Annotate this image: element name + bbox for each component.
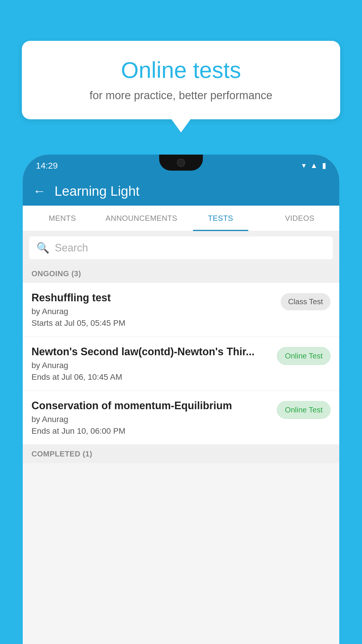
status-time: 14:29	[36, 161, 58, 171]
test-author: by Anurag	[31, 307, 275, 316]
bubble-title: Online tests	[39, 57, 323, 83]
phone-notch	[159, 155, 203, 171]
test-item[interactable]: Newton's Second law(contd)-Newton's Thir…	[23, 337, 339, 391]
search-placeholder: Search	[55, 242, 88, 254]
search-container: 🔍 Search	[23, 231, 339, 265]
test-author: by Anurag	[31, 415, 271, 424]
tab-tests[interactable]: TESTS	[181, 206, 260, 231]
phone-screen: 14:29 ▾ ▲ ▮ ← Learning Light MENTS ANNOU…	[23, 155, 339, 644]
test-date: Starts at Jul 05, 05:45 PM	[31, 318, 275, 328]
tab-announcements[interactable]: ANNOUNCEMENTS	[102, 206, 181, 231]
bubble-subtitle: for more practice, better performance	[39, 89, 323, 102]
test-info: Newton's Second law(contd)-Newton's Thir…	[31, 346, 271, 382]
test-info: Reshuffling test by Anurag Starts at Jul…	[31, 292, 275, 328]
test-badge-online: Online Test	[277, 347, 331, 365]
tab-ments[interactable]: MENTS	[23, 206, 102, 231]
status-icons: ▾ ▲ ▮	[302, 161, 326, 170]
phone-frame: 14:29 ▾ ▲ ▮ ← Learning Light MENTS ANNOU…	[23, 155, 339, 644]
back-button[interactable]: ←	[33, 184, 46, 198]
test-name: Reshuffling test	[31, 292, 275, 304]
search-icon: 🔍	[36, 242, 50, 254]
battery-icon: ▮	[322, 161, 326, 170]
app-header: ← Learning Light	[23, 176, 339, 206]
ongoing-section-header: ONGOING (3)	[23, 265, 339, 283]
wifi-icon: ▾	[302, 161, 306, 170]
test-item[interactable]: Conservation of momentum-Equilibrium by …	[23, 391, 339, 445]
tab-videos[interactable]: VIDEOS	[260, 206, 340, 231]
status-bar: 14:29 ▾ ▲ ▮	[23, 155, 339, 176]
tabs-bar: MENTS ANNOUNCEMENTS TESTS VIDEOS	[23, 206, 339, 231]
test-name: Conservation of momentum-Equilibrium	[31, 400, 271, 412]
test-author: by Anurag	[31, 361, 271, 370]
completed-section-header: COMPLETED (1)	[23, 445, 339, 463]
test-date: Ends at Jun 10, 06:00 PM	[31, 426, 271, 436]
test-date: Ends at Jul 06, 10:45 AM	[31, 372, 271, 382]
test-badge-class: Class Test	[281, 293, 331, 310]
notch-camera	[177, 159, 185, 167]
search-box[interactable]: 🔍 Search	[29, 237, 333, 259]
test-name: Newton's Second law(contd)-Newton's Thir…	[31, 346, 271, 358]
app-title: Learning Light	[55, 183, 140, 199]
speech-bubble: Online tests for more practice, better p…	[22, 41, 340, 119]
test-info: Conservation of momentum-Equilibrium by …	[31, 400, 271, 436]
test-badge-online: Online Test	[277, 401, 331, 419]
signal-icon: ▲	[310, 161, 318, 170]
test-item[interactable]: Reshuffling test by Anurag Starts at Jul…	[23, 283, 339, 337]
